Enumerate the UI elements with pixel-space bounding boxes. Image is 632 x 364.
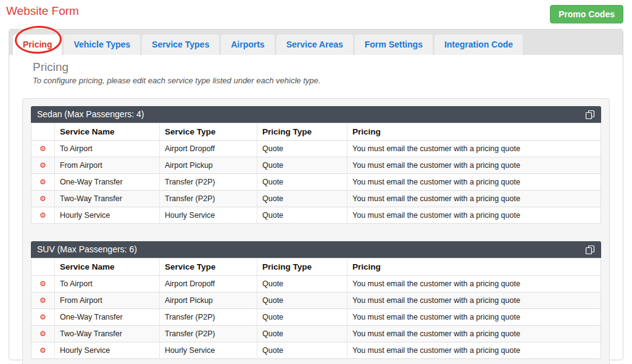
service-row: ⚙Hourly ServiceHourly ServiceQuoteYou mu… <box>31 207 601 224</box>
tab-airports[interactable]: Airports <box>221 35 274 55</box>
column-header-row: Service NameService TypePricing TypePric… <box>31 259 601 276</box>
pricing-cell: You must email the customer with a prici… <box>347 141 601 157</box>
column-header-row: Service NameService TypePricing TypePric… <box>31 123 601 141</box>
row-icon-cell: ⚙ <box>31 276 55 292</box>
form-panel: PricingVehicle TypesService TypesAirport… <box>9 29 623 360</box>
tab-form-settings[interactable]: Form Settings <box>355 35 433 55</box>
pricing-type-cell: Quote <box>257 191 347 207</box>
column-header: Pricing <box>347 123 601 141</box>
service-type-cell: Hourly Service <box>160 207 257 224</box>
column-header: Service Type <box>160 259 257 276</box>
vehicle-table-header: Sedan (Max Passengers: 4) <box>31 106 601 123</box>
row-icon-cell: ⚙ <box>31 141 55 157</box>
row-icon-cell: ⚙ <box>31 326 55 342</box>
service-type-cell: Transfer (P2P) <box>160 309 257 326</box>
service-name-cell: To Airport <box>55 276 160 292</box>
copy-icon <box>585 245 595 255</box>
pricing-type-cell: Quote <box>257 309 347 326</box>
service-type-cell: Airport Pickup <box>160 157 257 174</box>
service-type-cell: Hourly Service <box>160 342 257 359</box>
service-name-cell: To Airport <box>55 141 160 157</box>
gear-icon[interactable]: ⚙ <box>40 195 46 202</box>
pricing-type-cell: Quote <box>257 342 347 359</box>
vehicle-pricing-block: Sedan (Max Passengers: 4) Service NameSe… <box>31 106 601 224</box>
service-pricing-table: Service NameService TypePricing TypePric… <box>31 123 601 224</box>
pricing-cell: You must email the customer with a prici… <box>347 342 601 359</box>
service-type-cell: Airport Pickup <box>160 292 257 309</box>
row-icon-cell: ⚙ <box>31 174 55 191</box>
service-name-cell: One-Way Transfer <box>55 174 160 191</box>
service-row: ⚙One-Way TransferTransfer (P2P)QuoteYou … <box>31 309 601 326</box>
page-title: Website Form <box>6 4 79 18</box>
row-icon-cell: ⚙ <box>31 157 55 174</box>
pricing-cell: You must email the customer with a prici… <box>347 191 601 207</box>
row-icon-cell: ⚙ <box>31 309 55 326</box>
row-icon-cell: ⚙ <box>31 191 55 207</box>
service-name-cell: Hourly Service <box>55 207 160 224</box>
tab-integration-code[interactable]: Integration Code <box>434 35 523 55</box>
gear-icon[interactable]: ⚙ <box>40 330 46 337</box>
tab-pricing[interactable]: Pricing <box>13 35 62 55</box>
column-header <box>31 123 55 141</box>
service-name-cell: From Airport <box>55 292 160 309</box>
column-header: Pricing <box>347 259 601 276</box>
service-row: ⚙From AirportAirport PickupQuoteYou must… <box>31 157 601 174</box>
pricing-type-cell: Quote <box>257 157 347 174</box>
promo-codes-button[interactable]: Promo Codes <box>550 5 623 23</box>
service-name-cell: Hourly Service <box>55 342 160 359</box>
gear-icon[interactable]: ⚙ <box>40 178 46 186</box>
service-row: ⚙Two-Way TransferTransfer (P2P)QuoteYou … <box>31 191 601 207</box>
service-name-cell: Two-Way Transfer <box>55 191 160 207</box>
tab-service-types[interactable]: Service Types <box>142 35 219 55</box>
service-row: ⚙Hourly ServiceHourly ServiceQuoteYou mu… <box>31 342 601 359</box>
pricing-type-cell: Quote <box>257 326 347 342</box>
column-header: Service Name <box>55 259 160 276</box>
pricing-cell: You must email the customer with a prici… <box>347 309 601 326</box>
gear-icon[interactable]: ⚙ <box>40 145 46 152</box>
pricing-cell: You must email the customer with a prici… <box>347 207 601 224</box>
service-row: ⚙From AirportAirport PickupQuoteYou must… <box>31 292 601 309</box>
service-row: ⚙To AirportAirport DropoffQuoteYou must … <box>31 276 601 292</box>
section-heading: Pricing <box>33 60 610 74</box>
vehicle-table-header: SUV (Max Passengers: 6) <box>31 241 601 258</box>
vehicle-pricing-block: SUV (Max Passengers: 6) Service NameServ… <box>31 241 601 359</box>
column-header: Pricing Type <box>257 123 347 141</box>
section-description: To configure pricing, please edit each s… <box>33 76 610 85</box>
column-header: Service Type <box>160 123 257 141</box>
service-type-cell: Transfer (P2P) <box>160 191 257 207</box>
pricing-type-cell: Quote <box>257 276 347 292</box>
pricing-type-cell: Quote <box>257 174 347 191</box>
vehicle-table-title: SUV (Max Passengers: 6) <box>37 244 137 255</box>
tab-content: Pricing To configure pricing, please edi… <box>9 55 623 364</box>
pricing-cell: You must email the customer with a prici… <box>347 157 601 174</box>
gear-icon[interactable]: ⚙ <box>40 212 46 219</box>
pricing-tables-panel: Sedan (Max Passengers: 4) Service NameSe… <box>22 98 610 364</box>
service-row: ⚙Two-Way TransferTransfer (P2P)QuoteYou … <box>31 326 601 342</box>
service-row: ⚙One-Way TransferTransfer (P2P)QuoteYou … <box>31 174 601 191</box>
pricing-cell: You must email the customer with a prici… <box>347 276 601 292</box>
pricing-type-cell: Quote <box>257 292 347 309</box>
row-icon-cell: ⚙ <box>31 292 55 309</box>
service-type-cell: Airport Dropoff <box>160 141 257 157</box>
pricing-cell: You must email the customer with a prici… <box>347 326 601 342</box>
tab-service-areas[interactable]: Service Areas <box>276 35 353 55</box>
copy-button[interactable] <box>585 110 595 120</box>
tab-bar: PricingVehicle TypesService TypesAirport… <box>9 30 623 55</box>
tab-vehicle-types[interactable]: Vehicle Types <box>64 35 140 55</box>
row-icon-cell: ⚙ <box>31 207 55 224</box>
column-header <box>31 259 55 276</box>
service-pricing-table: Service NameService TypePricing TypePric… <box>31 258 601 359</box>
gear-icon[interactable]: ⚙ <box>40 313 46 321</box>
copy-button[interactable] <box>585 245 595 255</box>
gear-icon[interactable]: ⚙ <box>40 280 46 287</box>
pricing-cell: You must email the customer with a prici… <box>347 174 601 191</box>
service-name-cell: From Airport <box>55 157 160 174</box>
row-icon-cell: ⚙ <box>31 342 55 359</box>
service-name-cell: Two-Way Transfer <box>55 326 160 342</box>
column-header: Service Name <box>55 123 160 141</box>
gear-icon[interactable]: ⚙ <box>40 297 46 304</box>
pricing-type-cell: Quote <box>257 207 347 224</box>
gear-icon[interactable]: ⚙ <box>40 347 46 354</box>
pricing-type-cell: Quote <box>257 141 347 157</box>
gear-icon[interactable]: ⚙ <box>40 162 46 169</box>
